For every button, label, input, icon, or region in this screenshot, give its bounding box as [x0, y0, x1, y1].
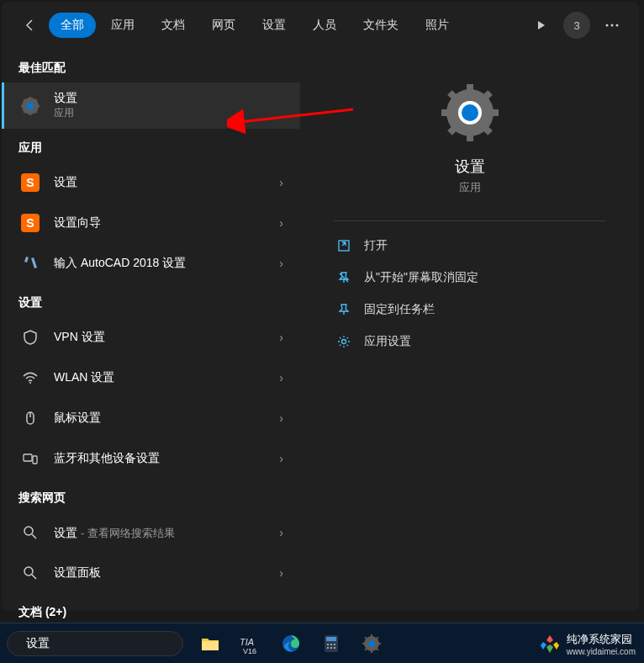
svg-point-9: [29, 382, 31, 384]
taskbar: TIAV16 纯净系统家园 www.yidaimei.com: [0, 623, 644, 663]
svg-rect-22: [490, 109, 499, 116]
sogou-icon: S: [18, 171, 42, 194]
action-label: 固定到任务栏: [364, 302, 435, 317]
action-unpin-start[interactable]: 从"开始"屏幕取消固定: [334, 262, 605, 294]
shield-icon: [18, 326, 42, 349]
gear-icon: [334, 335, 354, 348]
chevron-right-icon: ›: [279, 216, 283, 230]
result-title: 设置: [54, 175, 77, 190]
tab-all[interactable]: 全部: [49, 13, 96, 38]
devices-icon: [18, 447, 42, 470]
taskbar-tia[interactable]: TIAV16: [234, 627, 267, 660]
svg-text:S: S: [26, 176, 34, 189]
search-icon: [18, 561, 42, 585]
action-open[interactable]: 打开: [334, 230, 605, 262]
svg-point-1: [611, 24, 614, 27]
result-title: VPN 设置: [54, 330, 105, 345]
tools-icon: [18, 252, 42, 275]
result-title: 鼠标设置: [54, 411, 101, 426]
svg-point-14: [24, 527, 33, 535]
watermark-title: 纯净系统家园: [567, 632, 636, 647]
svg-point-41: [330, 644, 332, 645]
chevron-right-icon: ›: [279, 411, 283, 425]
wifi-icon: [18, 366, 42, 390]
action-app-settings[interactable]: 应用设置: [334, 326, 605, 358]
result-title: 设置: [54, 91, 283, 106]
svg-rect-12: [24, 454, 32, 461]
tab-documents[interactable]: 文档: [150, 13, 197, 38]
result-meta: - 查看网络搜索结果: [81, 527, 175, 539]
result-mouse-settings[interactable]: 鼠标设置 ›: [2, 398, 300, 438]
watermark: 纯净系统家园 www.yidaimei.com: [538, 632, 636, 656]
result-web-panel[interactable]: 设置面板 ›: [2, 553, 300, 593]
taskbar-settings[interactable]: [355, 627, 388, 660]
more-button[interactable]: [599, 12, 626, 39]
result-app-autocad-settings[interactable]: 输入 AutoCAD 2018 设置 ›: [2, 243, 300, 284]
svg-rect-21: [441, 109, 450, 116]
section-settings: 设置: [2, 284, 300, 317]
tab-apps[interactable]: 应用: [99, 13, 146, 38]
tab-web[interactable]: 网页: [200, 13, 247, 38]
result-vpn-settings[interactable]: VPN 设置 ›: [2, 317, 300, 358]
taskbar-file-explorer[interactable]: [193, 627, 227, 660]
chevron-right-icon: ›: [279, 452, 283, 465]
svg-point-0: [606, 24, 609, 27]
chevron-right-icon: ›: [279, 331, 283, 344]
open-icon: [334, 239, 354, 252]
tab-people[interactable]: 人员: [301, 13, 348, 38]
chevron-right-icon: ›: [279, 257, 283, 270]
svg-point-4: [27, 103, 34, 109]
svg-point-42: [334, 644, 335, 645]
taskbar-search[interactable]: [7, 631, 183, 656]
result-app-sogou-wizard[interactable]: S 设置向导 ›: [2, 203, 300, 243]
gear-icon: [18, 94, 42, 118]
tab-photos[interactable]: 照片: [414, 13, 461, 38]
result-title: 设置向导: [54, 215, 101, 231]
back-button[interactable]: [15, 10, 45, 40]
result-app-sogou-settings[interactable]: S 设置 ›: [2, 162, 300, 203]
svg-point-44: [330, 647, 332, 649]
chevron-right-icon: ›: [279, 526, 283, 539]
result-best-settings[interactable]: 设置 应用: [2, 82, 300, 129]
divider: [334, 220, 605, 221]
result-title: WLAN 设置: [54, 370, 114, 385]
count-badge[interactable]: 3: [563, 12, 590, 39]
result-title: 蓝牙和其他设备设置: [54, 451, 160, 466]
svg-point-28: [462, 104, 478, 121]
svg-point-45: [334, 647, 335, 649]
unpin-icon: [334, 271, 354, 284]
gear-icon-large: [440, 82, 500, 143]
result-wlan-settings[interactable]: WLAN 设置 ›: [2, 358, 300, 398]
chevron-right-icon: ›: [279, 566, 283, 580]
svg-line-15: [32, 534, 36, 538]
action-label: 应用设置: [364, 334, 411, 349]
preview-title: 设置: [334, 156, 605, 177]
svg-point-43: [327, 647, 329, 649]
section-web: 搜索网页: [2, 479, 300, 512]
svg-point-40: [327, 644, 329, 645]
play-button[interactable]: [528, 12, 555, 39]
tab-folders[interactable]: 文件夹: [351, 13, 410, 38]
result-bluetooth-settings[interactable]: 蓝牙和其他设备设置 ›: [2, 438, 300, 479]
chevron-right-icon: ›: [279, 371, 283, 385]
watermark-url: www.yidaimei.com: [567, 647, 636, 656]
result-web-search[interactable]: 设置- 查看网络搜索结果 ›: [2, 512, 300, 553]
action-label: 从"开始"屏幕取消固定: [364, 270, 478, 285]
action-pin-taskbar[interactable]: 固定到任务栏: [334, 294, 605, 326]
svg-rect-19: [467, 84, 473, 93]
result-sub: 应用: [54, 106, 283, 120]
pin-icon: [334, 303, 354, 316]
chevron-right-icon: ›: [279, 176, 283, 189]
preview-subtitle: 应用: [334, 180, 605, 195]
svg-text:V16: V16: [243, 647, 256, 654]
svg-text:S: S: [26, 216, 34, 230]
taskbar-calculator[interactable]: [314, 627, 348, 660]
search-input[interactable]: [26, 637, 173, 650]
section-best-match: 最佳匹配: [2, 49, 300, 82]
mouse-icon: [18, 406, 42, 430]
section-docs[interactable]: 文档 (2+): [2, 593, 300, 627]
svg-rect-34: [202, 641, 219, 650]
taskbar-edge[interactable]: [274, 627, 308, 660]
svg-point-30: [342, 340, 346, 344]
tab-settings[interactable]: 设置: [251, 13, 298, 38]
